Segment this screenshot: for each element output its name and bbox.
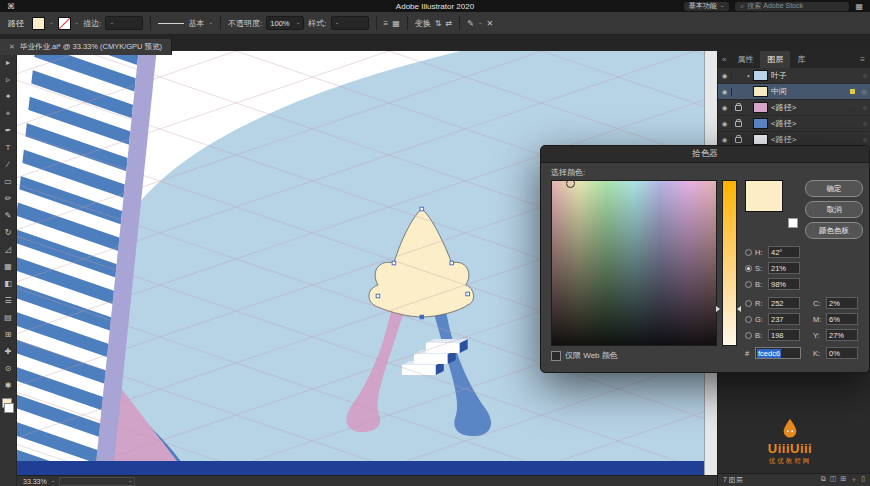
deep-blue-strip-shape[interactable] bbox=[17, 461, 705, 476]
panel-menu-icon[interactable]: ≡ bbox=[855, 51, 870, 68]
color-slider[interactable] bbox=[722, 180, 737, 346]
cancel-button[interactable]: 取消 bbox=[805, 201, 863, 218]
lock-icon[interactable] bbox=[732, 137, 744, 143]
layer-row[interactable]: ◉ <路径> ○ bbox=[718, 116, 870, 132]
color-field-marker[interactable] bbox=[566, 179, 575, 188]
layer-row[interactable]: ◉ 中间 ◎ bbox=[718, 84, 870, 100]
gradient-tool-icon[interactable]: ▤ bbox=[4, 309, 12, 326]
selection-tool-icon[interactable]: ▸ bbox=[6, 54, 10, 71]
b2-value-field[interactable]: 198 bbox=[768, 329, 800, 341]
visibility-eye-icon[interactable]: ◉ bbox=[718, 136, 732, 144]
s-radio[interactable] bbox=[745, 265, 752, 272]
shape-builder-tool-icon[interactable]: ☰ bbox=[4, 292, 11, 309]
document-tab[interactable]: ✕ 毕业作业.ai* @ 33.33% (CMYK/GPU 预览) bbox=[0, 39, 172, 55]
stroke-proxy-swatch[interactable] bbox=[4, 403, 14, 413]
collect-export-icon[interactable]: ⧉ bbox=[821, 475, 826, 485]
chevron-down-icon[interactable]: ⌄ bbox=[49, 20, 54, 26]
g-value-field[interactable]: 237 bbox=[768, 313, 800, 325]
target-circle-icon[interactable]: ○ bbox=[863, 120, 867, 127]
color-swatches-button[interactable]: 颜色色板 bbox=[805, 222, 863, 239]
pen-tool-icon[interactable]: ✒ bbox=[5, 122, 12, 139]
paintbrush-tool-icon[interactable]: ✏ bbox=[5, 190, 12, 207]
zoom-tool-icon[interactable]: ⊙ bbox=[5, 360, 12, 377]
type-tool-icon[interactable]: T bbox=[6, 139, 11, 156]
s-value-field[interactable]: 21% bbox=[768, 262, 800, 274]
k-value-field[interactable]: 0% bbox=[826, 347, 858, 359]
m-value-field[interactable]: 6% bbox=[826, 313, 858, 325]
scale-tool-icon[interactable]: ◿ bbox=[5, 241, 11, 258]
stroke-weight-dropdown[interactable]: ⌄ bbox=[105, 16, 143, 30]
zoom-level[interactable]: 33.33% bbox=[23, 478, 47, 485]
line-segment-tool-icon[interactable]: ∕ bbox=[7, 156, 8, 173]
r-value-field[interactable]: 252 bbox=[768, 297, 800, 309]
edit-toolbar-icon[interactable]: ✎ bbox=[467, 19, 474, 28]
align-icon[interactable]: ≡ bbox=[384, 19, 389, 28]
pencil-tool-icon[interactable]: ✎ bbox=[5, 207, 12, 224]
c-value-field[interactable]: 2% bbox=[826, 297, 858, 309]
g-radio[interactable] bbox=[745, 316, 752, 323]
fill-stroke-indicator[interactable] bbox=[2, 398, 14, 413]
direct-selection-tool-icon[interactable]: ▹ bbox=[6, 71, 10, 88]
hex-input[interactable]: fcedc6 bbox=[755, 347, 801, 359]
dialog-title[interactable]: 拾色器 bbox=[541, 146, 869, 163]
stock-search-field[interactable]: ⌕ 搜索 Adobe Stock bbox=[735, 2, 849, 11]
checkbox[interactable] bbox=[551, 351, 561, 361]
target-circle-icon[interactable]: ○ bbox=[863, 72, 867, 79]
workspace-switcher[interactable]: 基本功能 ⌄ bbox=[684, 2, 730, 11]
layer-name[interactable]: <路径> bbox=[771, 134, 860, 145]
grid-icon[interactable]: ▦ bbox=[392, 19, 400, 28]
apps-grid-icon[interactable]: ▦ bbox=[855, 2, 863, 11]
visibility-eye-icon[interactable]: ◉ bbox=[718, 88, 732, 96]
rotate-tool-icon[interactable]: ↻ bbox=[5, 224, 12, 241]
artboard-nav-dropdown[interactable]: ⌄ bbox=[59, 477, 135, 486]
y-value-field[interactable]: 27% bbox=[826, 329, 858, 341]
slider-left-arrow-icon[interactable] bbox=[716, 306, 720, 312]
transform-vertical-icon[interactable]: ⇅ bbox=[435, 19, 442, 28]
rectangle-tool-icon[interactable]: ▭ bbox=[4, 173, 12, 190]
lock-icon[interactable] bbox=[732, 105, 744, 111]
eyedropper-tool-icon[interactable]: ✚ bbox=[5, 343, 12, 360]
layer-name[interactable]: <路径> bbox=[771, 102, 860, 113]
chevron-down-icon[interactable]: ⌄ bbox=[208, 20, 213, 26]
fill-color-swatch[interactable] bbox=[32, 17, 45, 30]
lock-icon[interactable] bbox=[732, 121, 744, 127]
apple-menu-icon[interactable]: ⌘ bbox=[7, 2, 15, 11]
visibility-eye-icon[interactable]: ◉ bbox=[718, 120, 732, 128]
chevron-down-icon[interactable]: ⌄ bbox=[478, 20, 483, 26]
mesh-tool-icon[interactable]: ⊞ bbox=[5, 326, 12, 343]
target-circle-icon[interactable]: ○ bbox=[863, 136, 867, 143]
hand-tool-icon[interactable]: ✱ bbox=[5, 377, 12, 394]
transform-horizontal-icon[interactable]: ⇄ bbox=[445, 19, 452, 28]
expand-triangle-icon[interactable]: ▾ bbox=[744, 73, 753, 79]
slider-right-arrow-icon[interactable] bbox=[737, 306, 741, 312]
stroke-color-swatch[interactable] bbox=[58, 17, 71, 30]
visibility-eye-icon[interactable]: ◉ bbox=[718, 72, 732, 80]
make-mask-icon[interactable]: ◫ bbox=[830, 475, 837, 485]
h-radio[interactable] bbox=[745, 249, 752, 256]
h-value-field[interactable]: 42° bbox=[768, 246, 800, 258]
free-transform-tool-icon[interactable]: ◧ bbox=[4, 275, 12, 292]
opacity-dropdown[interactable]: 100%⌄ bbox=[266, 16, 304, 30]
ok-button[interactable]: 确定 bbox=[805, 180, 863, 197]
layer-name[interactable]: 中间 bbox=[771, 86, 850, 97]
web-safe-cube-icon[interactable] bbox=[788, 218, 798, 228]
chevron-down-icon[interactable]: ⌄ bbox=[51, 478, 56, 484]
web-only-checkbox-row[interactable]: 仅限 Web 颜色 bbox=[551, 350, 618, 361]
visibility-eye-icon[interactable]: ◉ bbox=[718, 104, 732, 112]
color-field[interactable] bbox=[551, 180, 717, 346]
b2-radio[interactable] bbox=[745, 332, 752, 339]
new-sublayer-icon[interactable]: ⊞ bbox=[840, 475, 846, 485]
target-circle-icon[interactable]: ○ bbox=[863, 104, 867, 111]
r-radio[interactable] bbox=[745, 300, 752, 307]
layer-name[interactable]: <路径> bbox=[771, 118, 860, 129]
b-radio[interactable] bbox=[745, 281, 752, 288]
tab-libraries[interactable]: 库 bbox=[790, 51, 812, 68]
tab-properties[interactable]: 属性 bbox=[730, 51, 760, 68]
b-value-field[interactable]: 98% bbox=[768, 278, 800, 290]
new-layer-icon[interactable]: ＋ bbox=[850, 475, 857, 485]
magic-wand-tool-icon[interactable]: ✦ bbox=[5, 88, 12, 105]
tab-layers[interactable]: 图层 bbox=[760, 51, 790, 68]
layer-row[interactable]: ◉ ▾ 叶子 ○ bbox=[718, 68, 870, 84]
chevron-down-icon[interactable]: ⌄ bbox=[75, 20, 80, 26]
layer-name[interactable]: 叶子 bbox=[771, 70, 860, 81]
